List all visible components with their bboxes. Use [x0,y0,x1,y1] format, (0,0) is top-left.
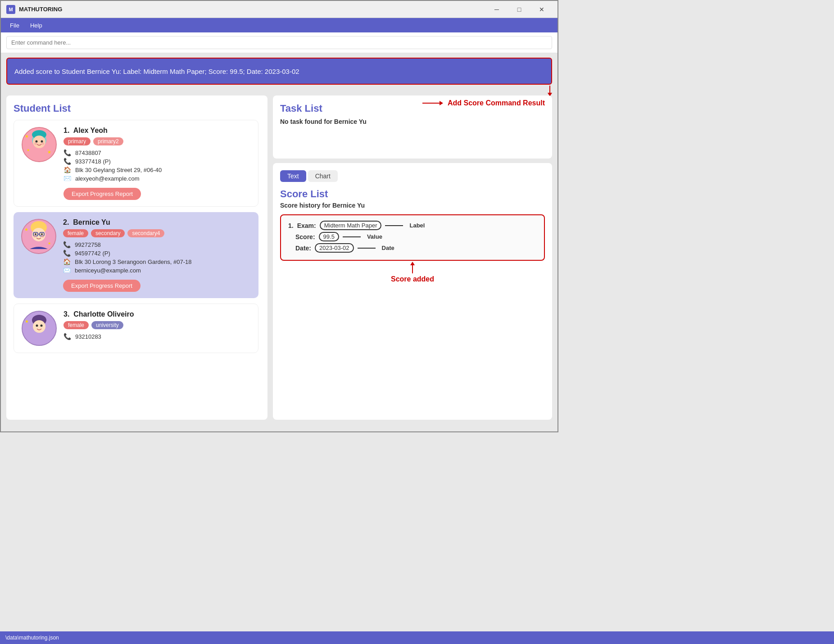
phone1-alex: 📞 87438807 [63,149,251,156]
svg-point-26 [36,325,38,327]
phone1-charlotte: 📞 93210283 [63,333,251,340]
no-task-text: No task found for Bernice Yu [280,118,545,125]
avatar-alex: ★ ★ ★ [21,127,57,163]
svg-point-17 [35,233,36,235]
titlebar: M MATHUTORING ─ □ ✕ [1,1,558,18]
result-banner-text: Added score to Student Bernice Yu: Label… [14,68,299,75]
address-icon: 🏠 [63,166,72,173]
annotation-arrow-container [549,86,550,94]
phone1-bernice: 📞 99272758 [63,241,251,248]
student-list-scroll[interactable]: ★ ★ ★ 1. Alex Yeoh primary primary2 📞 [14,120,260,413]
score-annotation: Value [367,233,382,240]
score-panel: Text Chart Score List Score history for … [273,163,552,420]
score-line: Score: 99.5 Value [295,232,537,241]
menu-file[interactable]: File [5,20,25,31]
score-added-label: Score added [391,275,434,283]
close-button[interactable]: ✕ [531,3,552,16]
tab-chart[interactable]: Chart [308,170,338,182]
svg-text:★: ★ [48,241,51,245]
command-bar [1,32,558,53]
minimize-button[interactable]: ─ [486,3,507,16]
date-line: Date: 2023-03-02 Date [295,243,537,253]
student-name-charlotte: 3. Charlotte Oliveiro [63,310,251,318]
score-dash [343,236,361,237]
student-tags-alex: primary primary2 [63,137,251,145]
exam-value: Midterm Math Paper [320,221,382,230]
svg-point-25 [33,320,45,333]
email-bernice: ✉️ berniceyu@example.com [63,267,251,274]
email-icon: ✉️ [63,175,72,182]
phone-icon-c1: 📞 [63,333,72,340]
student-name-bernice: 2. Bernice Yu [63,218,251,227]
export-button-bernice[interactable]: Export Progress Report [63,280,141,292]
student-card-bernice[interactable]: ★ ★ 2. Bernice Yu female secondary secon… [14,212,258,298]
banner-annotation [1,86,558,94]
exam-line: 1. Exam: Midterm Math Paper Label [288,221,537,230]
export-button-alex[interactable]: Export Progress Report [63,188,141,200]
student-list-title: Student List [14,103,260,114]
annotation-arrow-line [549,86,550,94]
tag-university-c: university [91,321,123,329]
svg-point-20 [41,235,44,238]
email-icon-b: ✉️ [63,267,71,274]
add-score-label: Add Score Command Result [448,99,545,107]
svg-text:★: ★ [25,134,29,139]
exam-annotation: Label [409,222,425,229]
svg-point-6 [34,142,37,145]
address-bernice: 🏠 Blk 30 Lorong 3 Serangoon Gardens, #07… [63,258,251,265]
tag-secondary: secondary [91,229,125,237]
app-icon: M [6,5,15,14]
score-value: 99.5 [319,232,339,241]
tab-text[interactable]: Text [280,170,306,182]
student-panel: Student List [6,95,267,420]
score-added-annotation: Score added [280,264,545,283]
maximize-button[interactable]: □ [509,3,530,16]
svg-point-27 [41,325,43,327]
svg-point-19 [33,235,36,238]
score-added-arrow [412,264,413,273]
email-alex: ✉️ alexyeoh@example.com [63,175,251,182]
right-panel: Task List Add Score Command Result No ta… [273,95,552,420]
address-icon-b: 🏠 [63,258,71,265]
task-panel: Task List Add Score Command Result No ta… [273,95,552,159]
phone2-alex: 📞 93377418 (P) [63,158,251,165]
phone-icon-b2: 📞 [63,249,71,257]
phone-icon: 📞 [63,149,72,156]
entry-number: 1. [288,222,294,229]
phone-icon-b1: 📞 [63,241,71,248]
address-alex: 🏠 Blk 30 Geylang Street 29, #06-40 [63,166,251,173]
date-label: Date: [295,245,311,252]
student-tags-bernice: female secondary secondary4 [63,229,251,237]
date-dash [358,248,376,249]
svg-point-3 [33,136,45,148]
app-title: MATHUTORING [19,6,486,13]
score-label: Score: [295,233,315,240]
svg-text:★: ★ [47,150,51,154]
score-subtitle: Score history for Bernice Yu [280,202,545,209]
score-entry-1: 1. Exam: Midterm Math Paper Label Score:… [280,214,545,261]
menu-help[interactable]: Help [25,20,48,31]
exam-label: Exam: [297,222,316,229]
avatar-bernice: ★ ★ [21,218,57,254]
menubar: File Help [1,18,558,32]
result-banner: Added score to Student Bernice Yu: Label… [6,58,552,85]
svg-text:★: ★ [27,148,30,152]
svg-point-18 [41,233,43,235]
tag-female-c: female [63,321,89,329]
student-info-bernice: 2. Bernice Yu female secondary secondary… [63,218,251,292]
student-tags-charlotte: female university [63,321,251,329]
tag-primary: primary [63,137,91,145]
command-input[interactable] [6,36,552,49]
window-controls: ─ □ ✕ [486,3,552,16]
phone2-bernice: 📞 94597742 (P) [63,249,251,257]
phone2-icon: 📞 [63,158,72,165]
student-card-alex[interactable]: ★ ★ ★ 1. Alex Yeoh primary primary2 📞 [14,120,258,207]
date-value: 2023-03-02 [315,243,354,253]
add-score-annotation: Add Score Command Result [422,99,545,107]
student-card-charlotte[interactable]: ★ 3. Charlotte Oliveiro female universit… [14,304,258,353]
svg-point-4 [36,141,38,143]
tag-female: female [63,229,88,237]
student-info-alex: 1. Alex Yeoh primary primary2 📞 87438807… [63,127,251,200]
svg-text:★: ★ [25,319,29,324]
score-tabs: Text Chart [280,170,545,182]
